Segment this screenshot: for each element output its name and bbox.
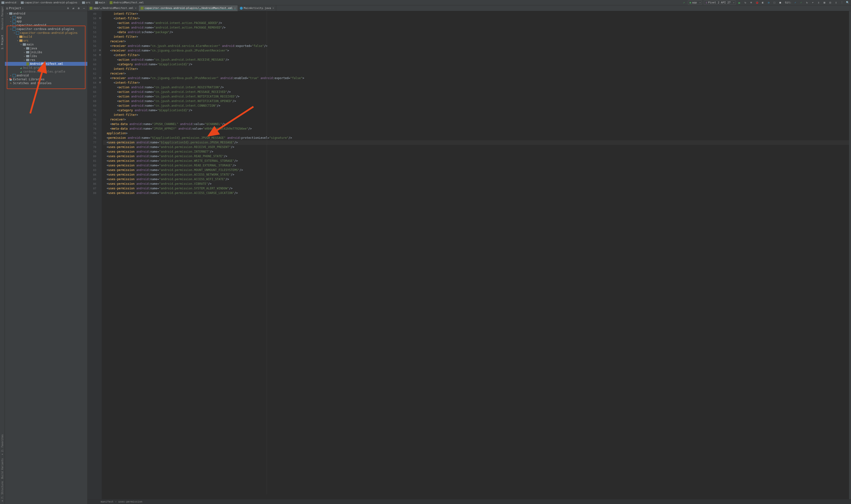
close-icon[interactable]: ×: [135, 6, 137, 10]
line-number[interactable]: 79: [88, 149, 96, 154]
line-number[interactable]: 59: [88, 57, 96, 62]
code-line[interactable]: <meta-data android:name="JPUSH_APPKEY" a…: [103, 126, 851, 131]
code-line[interactable]: <uses-permission android:name="android.p…: [103, 163, 851, 168]
expand-icon[interactable]: ⇄: [71, 6, 75, 10]
git-commit-icon[interactable]: ✓: [799, 1, 803, 5]
editor-body[interactable]: 4950515253545556575859606162636465666768…: [88, 11, 851, 499]
tree-item[interactable]: AndroidManifest.xml: [5, 62, 87, 66]
tree-item[interactable]: ▾capacitor-cordova-android-plugins: [5, 27, 87, 31]
code-content[interactable]: intent-filter> <intent-filter> <action a…: [102, 11, 851, 499]
fold-toggle[interactable]: ⊟: [98, 75, 102, 80]
code-line[interactable]: intent-filter>: [103, 12, 851, 16]
tree-item[interactable]: ▸libs: [5, 54, 87, 58]
fold-toggle[interactable]: ⊟: [98, 48, 102, 53]
avd-icon[interactable]: ▯: [817, 1, 820, 5]
code-line[interactable]: <meta-data android:name="JPUSH_CHANNEL" …: [103, 122, 851, 126]
tree-expand-icon[interactable]: ▾: [20, 43, 22, 46]
line-number[interactable]: 53: [88, 30, 96, 35]
run-config-select[interactable]: ▣ app: [688, 0, 702, 5]
line-number[interactable]: 49: [88, 12, 96, 16]
line-gutter[interactable]: 4950515253545556575859606162636465666768…: [88, 11, 98, 499]
line-number[interactable]: 57: [88, 48, 96, 53]
code-line[interactable]: <data android:scheme="package"/>: [103, 30, 851, 35]
run-icon[interactable]: ▶: [738, 1, 742, 5]
code-line[interactable]: <action android:name="cn.jpush.android.i…: [103, 85, 851, 90]
scrollbar[interactable]: [849, 11, 851, 499]
line-number[interactable]: 84: [88, 173, 96, 177]
fold-toggle[interactable]: ⊟: [98, 53, 102, 57]
device-select[interactable]: ▯ Pixel 2 API 27: [704, 0, 735, 5]
line-number[interactable]: 63: [88, 76, 96, 80]
code-line[interactable]: <uses-permission android:name="android.p…: [103, 191, 851, 195]
breadcrumb-bottom[interactable]: manifest › uses-permission: [88, 499, 851, 504]
code-line[interactable]: <receiver android:name="cn.jpush.android…: [103, 44, 851, 48]
line-number[interactable]: 75: [88, 131, 96, 136]
strip-favorites[interactable]: ★ 2: Favorites: [1, 434, 4, 456]
code-line[interactable]: <uses-permission android:name="android.p…: [103, 168, 851, 173]
editor-tab[interactable]: MainActivity.java×: [238, 5, 276, 11]
tree-item[interactable]: ▾android: [5, 12, 87, 16]
tree-item[interactable]: ▸app: [5, 19, 87, 23]
tree-item[interactable]: ▸capacitor-android: [5, 23, 87, 27]
line-number[interactable]: 55: [88, 39, 96, 44]
debug-icon[interactable]: 🐞: [755, 1, 759, 5]
code-line[interactable]: <uses-permission android:name="${applica…: [103, 140, 851, 145]
line-number[interactable]: 68: [88, 99, 96, 104]
tree-expand-icon[interactable]: ▸: [16, 36, 19, 38]
tree-item[interactable]: build.gradle: [5, 66, 87, 70]
tree-expand-icon[interactable]: ▾: [10, 28, 12, 30]
attach-icon[interactable]: ⬚: [772, 1, 777, 5]
close-icon[interactable]: ×: [234, 6, 236, 10]
fold-toggle[interactable]: ⊟: [98, 80, 102, 85]
breadcrumb-segment[interactable]: capacitor-cordova-android-plugins: [21, 1, 77, 4]
profile-icon[interactable]: ◔: [767, 1, 771, 5]
code-line[interactable]: <category android:name="${applicationId}…: [103, 62, 851, 67]
tree-expand-icon[interactable]: ▸: [23, 47, 25, 50]
code-line[interactable]: <permission android:name="${applicationI…: [103, 136, 851, 140]
sync-icon[interactable]: ↗: [682, 1, 686, 5]
code-line[interactable]: <intent-filter>: [103, 16, 851, 21]
tree-expand-icon[interactable]: ▾: [16, 39, 19, 42]
tree-expand-icon[interactable]: ▸: [23, 55, 25, 57]
tree-expand-icon[interactable]: ▸: [10, 20, 12, 22]
code-line[interactable]: <action android:name="cn.jpush.android.i…: [103, 90, 851, 94]
line-number[interactable]: 82: [88, 163, 96, 168]
code-line[interactable]: <uses-permission android:name="android.p…: [103, 177, 851, 182]
code-line[interactable]: <uses-permission android:name="android.p…: [103, 186, 851, 191]
line-number[interactable]: 69: [88, 104, 96, 108]
line-number[interactable]: 72: [88, 117, 96, 122]
code-line[interactable]: <intent-filter>: [103, 80, 851, 85]
line-number[interactable]: 83: [88, 168, 96, 173]
tree-expand-icon[interactable]: ▸: [23, 51, 25, 53]
line-number[interactable]: 60: [88, 62, 96, 67]
code-line[interactable]: <uses-permission android:name="android.p…: [103, 145, 851, 149]
strip-structure[interactable]: ≡ 7: Structure: [1, 481, 4, 502]
line-number[interactable]: 54: [88, 35, 96, 39]
hide-icon[interactable]: —: [82, 6, 86, 10]
code-line[interactable]: <receiver android:name="cn.jiguang.cordo…: [103, 48, 851, 53]
line-number[interactable]: 64: [88, 80, 96, 85]
editor-tab[interactable]: capacitor-cordova-android-plugins/…/Andr…: [139, 5, 238, 11]
line-number[interactable]: 56: [88, 44, 96, 48]
fold-gutter[interactable]: ⊟ ⊟⊟ ⊟⊟: [98, 11, 102, 499]
locate-icon[interactable]: ⊙: [66, 6, 70, 10]
line-number[interactable]: 81: [88, 159, 96, 163]
code-line[interactable]: <action android:name="android.intent.act…: [103, 21, 851, 25]
code-line[interactable]: <uses-permission android:name="android.p…: [103, 149, 851, 154]
tree-item[interactable]: ▸External Libraries: [5, 77, 87, 81]
line-number[interactable]: 76: [88, 136, 96, 140]
tree-item[interactable]: ▸java: [5, 47, 87, 50]
tree-item[interactable]: ▸jniLibs: [5, 50, 87, 54]
tree-expand-icon[interactable]: ▸: [6, 78, 9, 80]
code-line[interactable]: <action android:name="cn.jpush.android.i…: [103, 57, 851, 62]
tree-item[interactable]: cordova.variables.gradle: [5, 70, 87, 73]
tree-item[interactable]: ▾capacitor-cordova-android-plugins: [5, 31, 87, 35]
line-number[interactable]: 77: [88, 140, 96, 145]
code-line[interactable]: <receiver android:name="cn.jiguang.cordo…: [103, 76, 851, 80]
line-number[interactable]: 65: [88, 85, 96, 90]
git-update-icon[interactable]: ✓: [794, 1, 797, 5]
line-number[interactable]: 86: [88, 182, 96, 186]
tree-item[interactable]: ▸android: [5, 73, 87, 77]
editor-tab[interactable]: app/…/AndroidManifest.xml×: [88, 5, 139, 11]
code-line[interactable]: intent-filter>: [103, 113, 851, 117]
